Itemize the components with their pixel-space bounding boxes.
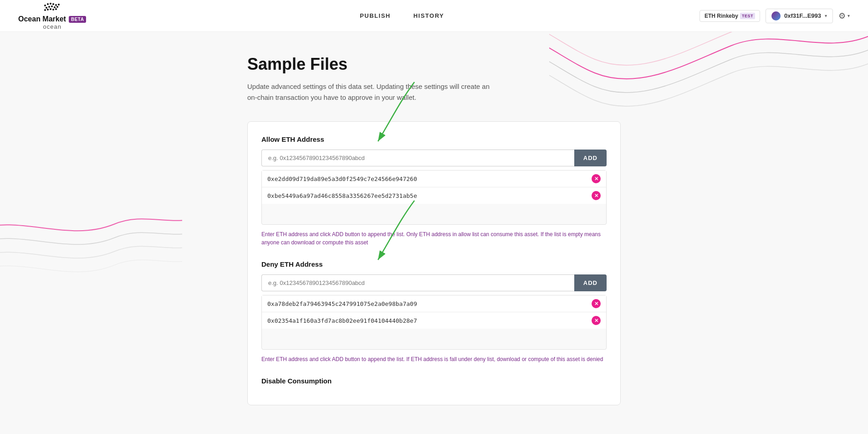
- svg-point-15: [55, 8, 57, 10]
- allow-address-list: 0xe2dd09d719da89e5a3d0f2549c7e24566e9472…: [261, 170, 607, 225]
- deny-section: Deny ETH Address ADD 0xa78deb2fa79463945…: [261, 260, 607, 363]
- svg-point-1: [47, 3, 49, 5]
- allow-section-title: Allow ETH Address: [261, 135, 607, 143]
- deny-help-text: Enter ETH address and click ADD button t…: [261, 355, 607, 363]
- logo-area: Ocean Market BETA ocean: [18, 1, 86, 30]
- nav-right: ETH Rinkeby TEST 0xf31F...E993 ▾ ⚙ ▾: [700, 9, 850, 23]
- network-badge[interactable]: ETH Rinkeby TEST: [700, 10, 760, 22]
- network-name: ETH Rinkeby: [705, 13, 738, 19]
- disable-section-title: Disable Consumption: [261, 377, 607, 385]
- deny-add-button[interactable]: ADD: [574, 274, 607, 291]
- chevron-down-icon: ▾: [825, 13, 827, 18]
- svg-point-6: [46, 7, 47, 9]
- page-title: Sample Files: [247, 55, 621, 74]
- deny-section-title: Deny ETH Address: [261, 260, 607, 268]
- main-nav: PUBLISH HISTORY: [104, 12, 700, 19]
- svg-point-3: [52, 3, 54, 5]
- wallet-address: 0xf31F...E993: [784, 12, 821, 19]
- test-badge: TEST: [740, 13, 755, 19]
- page-description: Update advanced settings of this data se…: [247, 81, 521, 103]
- deny-remove-icon-2: ✕: [592, 316, 601, 325]
- svg-point-4: [55, 4, 57, 6]
- beta-badge: BETA: [69, 16, 86, 23]
- ocean-logo-icon: [43, 1, 61, 15]
- allow-address-item-1: 0xe2dd09d719da89e5a3d0f2549c7e24566e9472…: [262, 170, 606, 187]
- allow-address-item-2: 0xbe5449a6a97ad46c8558a3356267ee5d2731ab…: [262, 187, 606, 204]
- allow-remove-button-2[interactable]: ✕: [592, 191, 601, 200]
- logo-text-row: Ocean Market BETA: [18, 15, 86, 23]
- svg-point-2: [50, 3, 51, 5]
- allow-address-text-2: 0xbe5449a6a97ad46c8558a3356267ee5d2731ab…: [267, 192, 417, 199]
- nav-publish[interactable]: PUBLISH: [360, 12, 391, 19]
- allow-input-row: ADD: [261, 150, 607, 166]
- svg-point-9: [54, 6, 56, 8]
- deny-address-text-2: 0x02354a1f160a3fd7ac8b02ee91f04104440b28…: [267, 317, 417, 324]
- deny-address-text-1: 0xa78deb2fa79463945c247991075e2a0e98ba7a…: [267, 300, 417, 307]
- settings-card: Allow ETH Address ADD 0xe2dd09d719da89e5…: [247, 121, 621, 405]
- header: Ocean Market BETA ocean PUBLISH HISTORY …: [0, 0, 868, 32]
- settings-area[interactable]: ⚙ ▾: [838, 11, 850, 21]
- deny-remove-button-2[interactable]: ✕: [592, 316, 601, 325]
- svg-point-5: [58, 4, 60, 5]
- allow-remove-icon-2: ✕: [592, 191, 601, 200]
- deny-address-list: 0xa78deb2fa79463945c247991075e2a0e98ba7a…: [261, 295, 607, 350]
- settings-chevron-icon: ▾: [848, 13, 850, 18]
- wallet-icon: [771, 11, 781, 21]
- deny-address-item-1: 0xa78deb2fa79463945c247991075e2a0e98ba7a…: [262, 295, 606, 312]
- wallet-button[interactable]: 0xf31F...E993 ▾: [766, 9, 833, 23]
- main-content: Sample Files Update advanced settings of…: [229, 32, 639, 434]
- settings-icon: ⚙: [838, 11, 846, 21]
- svg-point-7: [48, 6, 50, 8]
- disable-section: Disable Consumption: [261, 377, 607, 385]
- allow-add-button[interactable]: ADD: [574, 150, 607, 166]
- allow-remove-icon-1: ✕: [592, 174, 601, 183]
- svg-point-12: [47, 9, 49, 10]
- logo-ocean-label: ocean: [43, 23, 61, 30]
- allow-help-text: Enter ETH address and click ADD button t…: [261, 230, 607, 247]
- svg-point-10: [56, 6, 58, 8]
- allow-eth-input[interactable]: [261, 150, 574, 166]
- svg-point-0: [44, 5, 46, 6]
- nav-history[interactable]: HISTORY: [414, 12, 444, 19]
- deny-eth-input[interactable]: [261, 274, 574, 291]
- svg-point-8: [51, 5, 53, 7]
- allow-section: Allow ETH Address ADD 0xe2dd09d719da89e5…: [261, 135, 607, 247]
- deny-remove-icon-1: ✕: [592, 299, 601, 308]
- allow-remove-button-1[interactable]: ✕: [592, 174, 601, 183]
- deny-input-row: ADD: [261, 274, 607, 291]
- deny-remove-button-1[interactable]: ✕: [592, 299, 601, 308]
- allow-address-text-1: 0xe2dd09d719da89e5a3d0f2549c7e24566e9472…: [267, 176, 417, 182]
- logo-market-text: Ocean Market: [18, 15, 66, 23]
- svg-point-11: [44, 9, 46, 11]
- svg-point-13: [50, 8, 51, 10]
- svg-point-14: [52, 9, 54, 10]
- deny-address-item-2: 0x02354a1f160a3fd7ac8b02ee91f04104440b28…: [262, 312, 606, 329]
